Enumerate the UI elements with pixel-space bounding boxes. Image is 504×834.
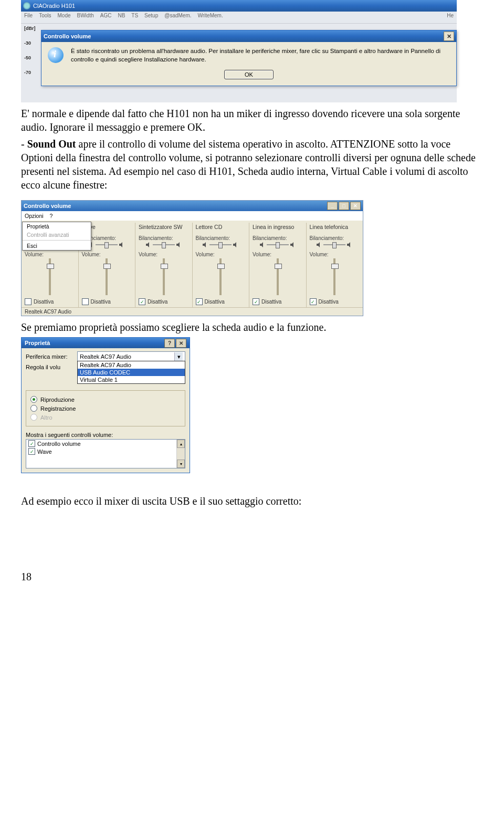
balance-label: Bilanciamento: (253, 235, 303, 241)
body-text: - Sound Out apre il controllo di volume … (21, 137, 483, 192)
list-item[interactable]: ✓ Wave (26, 447, 185, 455)
menu-help[interactable]: He (447, 13, 454, 22)
maximize-button[interactable]: □ (339, 202, 349, 210)
radio-playback[interactable]: Riproduzione (30, 396, 181, 403)
mixer-titlebar: Controllo volume _ □ ✕ (22, 201, 363, 211)
checkbox-icon: ✓ (196, 298, 203, 305)
speaker-icon (233, 242, 238, 247)
scroll-up-icon[interactable]: ▴ (177, 440, 185, 448)
balance-label: Bilanciamento: (310, 235, 360, 241)
volume-slider[interactable] (106, 258, 108, 295)
db-label: [dBr] (24, 26, 36, 31)
mute-checkbox[interactable]: Disattiva (82, 298, 132, 305)
checkbox-icon: ✓ (139, 298, 145, 305)
balance-label: Bilanciamento: (139, 235, 189, 241)
menu-help[interactable]: ? (50, 213, 53, 219)
speaker-icon (203, 242, 208, 247)
volume-label: Volume: (82, 252, 132, 257)
menu-mode[interactable]: Mode (57, 13, 70, 22)
dialog-title: Controllo volume (44, 33, 91, 39)
mixer-channel: Sintetizzatore SWBilanciamento:Volume:✓D… (135, 223, 192, 307)
combo-option-selected[interactable]: USB Audio CODEC (78, 369, 185, 376)
speaker-icon (290, 242, 296, 247)
app-title: ClAOradio H101 (33, 3, 75, 9)
label-adjust-volume: Regola il volu (26, 364, 74, 370)
body-text: Se premiamo proprietà possiamo scegliere… (21, 320, 483, 334)
error-dialog: Controllo volume ✕ È stato riscontrato u… (41, 30, 457, 86)
menu-file[interactable]: File (24, 13, 33, 22)
close-button[interactable]: ✕ (176, 339, 186, 348)
menu-item-exit[interactable]: Esci (23, 242, 91, 250)
list-item[interactable]: ✓ Controllo volume (26, 440, 185, 447)
menu-nb[interactable]: NB (118, 13, 125, 22)
mute-checkbox[interactable]: Disattiva (25, 298, 75, 305)
mixer-channel: Linea telefonicaBilanciamento:Volume:✓Di… (306, 223, 363, 307)
checkbox-icon: ✓ (28, 448, 35, 455)
volume-label: Volume: (253, 252, 303, 257)
combo-dropdown-list: Realtek AC97 Audio USB Audio CODEC Virtu… (77, 361, 185, 384)
menu-item-properties[interactable]: Proprietà (23, 222, 91, 231)
label-show-controls: Mostra i seguenti controlli volume: (26, 432, 185, 438)
mute-checkbox[interactable]: ✓Disattiva (196, 298, 246, 305)
dialog-titlebar: Controllo volume ✕ (41, 30, 456, 42)
mute-checkbox[interactable]: ✓Disattiva (139, 298, 189, 305)
menu-readmem[interactable]: @sadMem. (164, 13, 191, 22)
combo-option[interactable]: Virtual Cable 1 (78, 376, 185, 383)
menu-setup[interactable]: Setup (144, 13, 158, 22)
volume-slider[interactable] (333, 258, 335, 295)
speaker-icon (119, 242, 124, 247)
menu-writemem[interactable]: WriteMem. (198, 13, 223, 22)
close-button[interactable]: ✕ (350, 202, 361, 210)
volume-label: Volume: (310, 252, 360, 257)
combo-option[interactable]: Realtek AC97 Audio (78, 361, 185, 369)
svg-marker-5 (176, 242, 180, 247)
checkbox-icon: ✓ (253, 298, 259, 305)
help-button[interactable]: ? (164, 339, 175, 348)
scrollbar[interactable]: ▴ ▾ (176, 440, 185, 468)
balance-slider[interactable] (139, 242, 189, 247)
channel-name: Linea telefonica (310, 224, 360, 230)
minimize-button[interactable]: _ (327, 202, 338, 210)
svg-marker-9 (290, 242, 293, 247)
balance-slider[interactable] (253, 242, 303, 247)
radio-icon (30, 396, 37, 403)
radio-other: Altro (30, 414, 181, 421)
chevron-down-icon: ▾ (174, 352, 183, 361)
balance-slider[interactable] (310, 242, 360, 247)
scroll-down-icon[interactable]: ▾ (177, 460, 185, 468)
speaker-icon (146, 242, 151, 247)
radio-icon (30, 405, 37, 412)
speaker-icon (176, 242, 182, 247)
close-button[interactable]: ✕ (444, 32, 454, 41)
balance-slider[interactable] (196, 242, 246, 247)
ok-button[interactable]: OK (224, 70, 274, 79)
menu-ts[interactable]: TS (131, 13, 138, 22)
speaker-icon (317, 242, 322, 247)
svg-marker-11 (347, 242, 350, 247)
mute-checkbox[interactable]: ✓Disattiva (310, 298, 360, 305)
volume-slider[interactable] (49, 258, 51, 295)
mixer-device-combo[interactable]: Realtek AC97 Audio ▾ (77, 351, 185, 362)
mixer-menubar: Opzioni Proprietà Controlli avanzati Esc… (22, 211, 363, 221)
volume-label: Volume: (196, 252, 246, 257)
menu-options[interactable]: Opzioni Proprietà Controlli avanzati Esc… (25, 213, 44, 219)
svg-marker-4 (146, 242, 149, 247)
mixer-channel: Linea in ingressoBilanciamento:Volume:✓D… (249, 223, 306, 307)
controls-listbox[interactable]: ✓ Controllo volume ✓ Wave ▴ ▾ (26, 439, 185, 468)
radio-recording[interactable]: Registrazione (30, 405, 181, 412)
adjust-groupbox: Riproduzione Registrazione Altro (26, 390, 185, 426)
props-titlebar: Proprietà ? ✕ (22, 338, 190, 348)
volume-slider[interactable] (163, 258, 165, 295)
menu-tools[interactable]: Tools (39, 13, 51, 22)
bold-term: Sound Out (27, 138, 76, 150)
menu-agc[interactable]: AGC (100, 13, 112, 22)
db-scale: [dBr] -30 -50 -70 (24, 24, 36, 85)
checkbox-icon (25, 298, 32, 305)
menu-item-advanced[interactable]: Controlli avanzati (23, 231, 91, 239)
checkbox-icon: ✓ (310, 298, 317, 305)
volume-slider[interactable] (219, 258, 222, 295)
menu-bwidth[interactable]: BWidth (77, 13, 94, 22)
mute-checkbox[interactable]: ✓Disattiva (253, 298, 303, 305)
svg-marker-10 (317, 242, 320, 247)
volume-slider[interactable] (277, 258, 279, 295)
